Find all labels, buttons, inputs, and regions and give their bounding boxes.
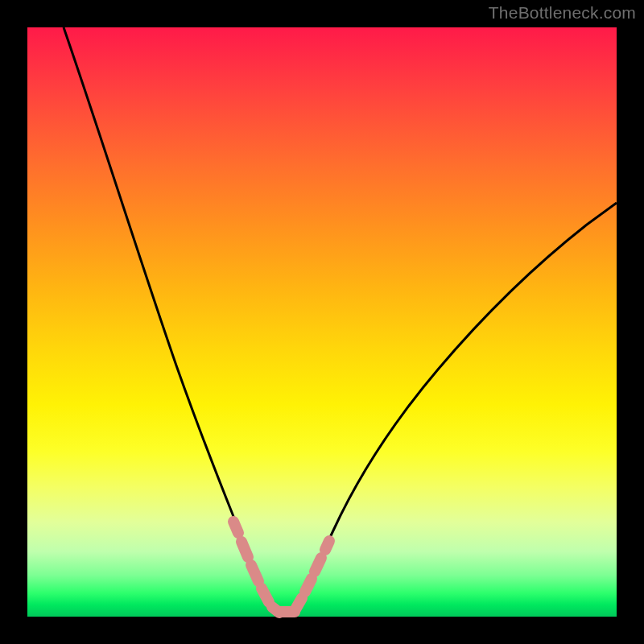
svg-line-0 [233, 522, 238, 533]
svg-line-7 [305, 579, 312, 592]
plot-area [27, 27, 617, 617]
svg-line-3 [262, 588, 269, 602]
svg-line-2 [251, 565, 258, 581]
chart-svg [27, 27, 617, 617]
svg-line-8 [315, 558, 321, 572]
outer-frame: TheBottleneck.com [0, 0, 644, 644]
valley-markers-left [233, 522, 279, 613]
svg-line-1 [242, 542, 248, 557]
valley-markers-right [295, 541, 329, 609]
svg-line-9 [325, 541, 329, 550]
curve-right-branch [293, 203, 617, 613]
svg-line-6 [295, 598, 302, 609]
watermark-text: TheBottleneck.com [489, 3, 636, 23]
curve-left-branch [64, 27, 279, 613]
